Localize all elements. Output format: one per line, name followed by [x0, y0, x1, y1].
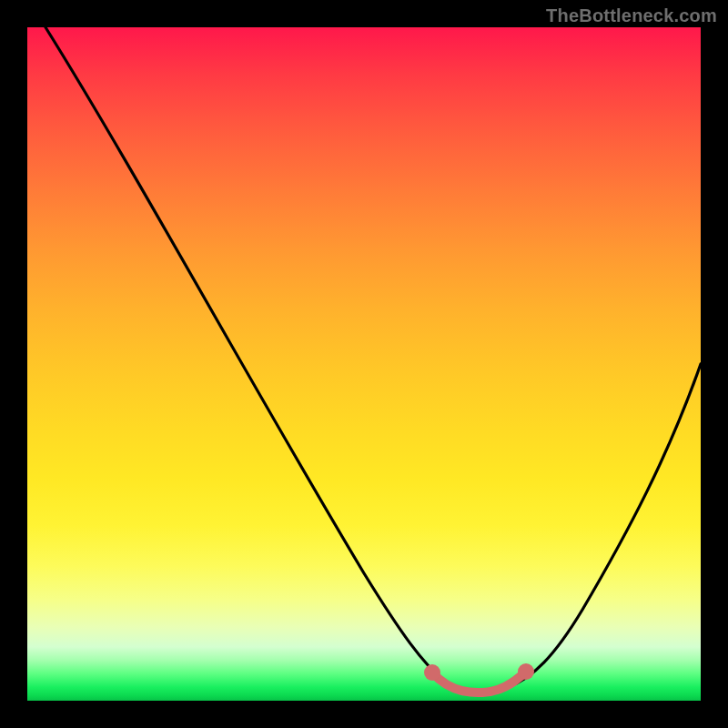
optimal-left-marker	[424, 664, 440, 681]
curve-layer	[27, 27, 701, 701]
optimal-right-marker	[518, 663, 534, 680]
watermark-text: TheBottleneck.com	[546, 5, 717, 26]
chart-frame: TheBottleneck.com	[0, 0, 728, 728]
bottleneck-curve	[46, 27, 701, 692]
plot-area	[27, 27, 701, 701]
optimal-range-segment	[432, 672, 526, 693]
